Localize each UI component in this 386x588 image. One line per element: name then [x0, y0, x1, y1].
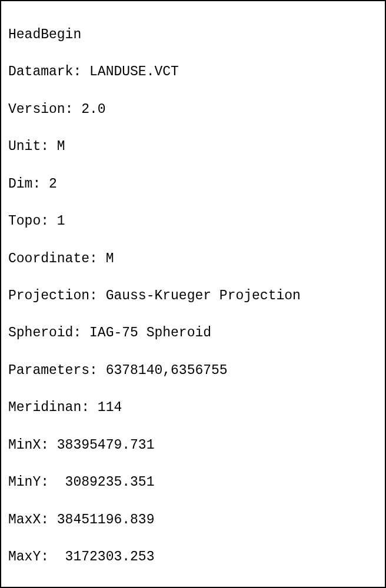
head-line: Meridinan: 114: [8, 399, 378, 417]
head-line: Datamark: LANDUSE.VCT: [8, 63, 378, 82]
head-line: MinY: 3089235.351: [8, 473, 378, 492]
head-begin: HeadBegin: [8, 26, 378, 45]
head-line: MaxX: 38451196.839: [8, 511, 378, 530]
head-line: Projection: Gauss-Krueger Projection: [8, 287, 378, 306]
vct-file-text-panel: HeadBegin Datamark: LANDUSE.VCT Version:…: [0, 0, 386, 588]
head-line: Parameters: 6378140,6356755: [8, 362, 378, 380]
head-line: Spheroid: IAG-75 Spheroid: [8, 324, 378, 343]
head-line: Coordinate: M: [8, 250, 378, 269]
head-line: MaxY: 3172303.253: [8, 548, 378, 567]
head-line: Unit: M: [8, 138, 378, 156]
head-line: Scale: 10000: [8, 586, 378, 588]
head-line: Dim: 2: [8, 175, 378, 194]
head-line: Version: 2.0: [8, 101, 378, 119]
head-line: MinX: 38395479.731: [8, 436, 378, 455]
head-line: Topo: 1: [8, 212, 378, 231]
